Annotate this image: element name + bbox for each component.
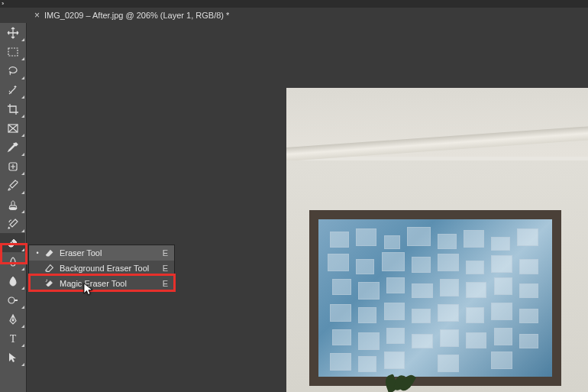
flyout-shortcut: E xyxy=(163,248,168,258)
flyout-item-bg-eraser[interactable]: Background Eraser Tool E xyxy=(29,261,174,276)
flyout-item-magic-eraser[interactable]: Magic Eraser Tool E xyxy=(29,276,174,291)
svg-point-4 xyxy=(8,297,15,303)
flyout-label: Magic Eraser Tool xyxy=(60,279,163,288)
close-tab-icon[interactable]: × xyxy=(34,10,40,21)
eraser-tool-flyout: • Eraser Tool E Background Eraser Tool E… xyxy=(28,245,175,292)
flyout-label: Eraser Tool xyxy=(60,248,163,258)
plant-decor xyxy=(378,369,416,392)
toolbox: T xyxy=(0,23,27,392)
svg-point-3 xyxy=(9,207,17,209)
flyout-label: Background Eraser Tool xyxy=(60,264,163,273)
bg-eraser-icon xyxy=(43,263,57,274)
eraser-icon xyxy=(43,248,57,258)
magic-eraser-icon xyxy=(43,278,57,289)
document-tab[interactable]: × IMG_0209 – After.jpg @ 206% (Layer 1, … xyxy=(0,8,588,23)
photo-frame xyxy=(309,210,561,386)
document-title: IMG_0209 – After.jpg @ 206% (Layer 1, RG… xyxy=(44,11,229,20)
flyout-shortcut: E xyxy=(163,264,168,273)
selected-dot-icon: • xyxy=(35,249,40,257)
canvas-area[interactable] xyxy=(27,23,588,392)
expand-panels-icon[interactable]: ›› xyxy=(2,0,2,7)
flyout-item-eraser[interactable]: • Eraser Tool E xyxy=(29,245,174,261)
svg-text:T: T xyxy=(9,333,16,345)
flyout-shortcut: E xyxy=(163,279,168,288)
svg-rect-0 xyxy=(8,48,18,56)
document-canvas[interactable] xyxy=(286,88,588,392)
svg-point-5 xyxy=(12,319,14,321)
